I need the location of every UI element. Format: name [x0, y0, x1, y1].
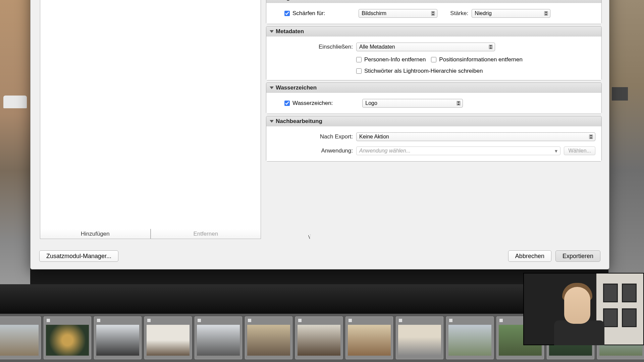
- watermark-select[interactable]: Logo: [362, 99, 463, 108]
- watermark-header[interactable]: Wasserzeichen: [266, 83, 601, 93]
- sharpen-for-label: Schärfen für:: [292, 10, 325, 17]
- filmstrip-thumb[interactable]: [0, 316, 41, 359]
- choose-app-button: Wählen...: [564, 146, 595, 155]
- cancel-button[interactable]: Abbrechen: [508, 250, 551, 262]
- background-photo-left: [0, 0, 30, 284]
- keywords-hierarchy-checkbox[interactable]: [356, 68, 362, 74]
- filmstrip-thumb[interactable]: [295, 316, 343, 359]
- metadata-header[interactable]: Metadaten: [266, 26, 601, 37]
- remove-person-checkbox[interactable]: [356, 57, 362, 62]
- remove-location-label: Positionsinformationen entfernen: [439, 56, 523, 63]
- filmstrip-thumb[interactable]: [94, 316, 142, 359]
- metadata-include-label: Einschließen:: [272, 44, 353, 50]
- export-button[interactable]: Exportieren: [555, 250, 600, 262]
- remove-preset-button: Entfernen: [151, 229, 261, 239]
- after-export-label: Nach Export:: [272, 133, 353, 140]
- filmstrip-thumb[interactable]: [446, 316, 494, 359]
- after-export-select[interactable]: Keine Aktion: [356, 132, 595, 141]
- application-label: Anwendung:: [272, 147, 353, 154]
- keywords-hierarchy-label: Stichwörter als Lightroom-Hierarchie sch…: [364, 68, 483, 74]
- application-combo: Anwendung wählen...: [356, 146, 560, 155]
- background-photo-right: [608, 0, 644, 284]
- metadata-include-select[interactable]: Alle Metadaten: [356, 43, 495, 51]
- filmstrip-thumb[interactable]: [44, 316, 91, 359]
- watermark-label: Wasserzeichen:: [292, 100, 333, 107]
- disclosure-triangle-icon: [270, 120, 274, 123]
- plugin-manager-button[interactable]: Zusatzmodul-Manager...: [39, 250, 118, 262]
- export-dialog: Hinzufügen Entfernen Bildformat: JPEG Qu…: [30, 0, 609, 269]
- remove-person-label: Personen-Info entfernen: [364, 56, 426, 63]
- filmstrip-thumb[interactable]: [144, 316, 192, 359]
- disclosure-triangle-icon: [270, 86, 274, 89]
- filmstrip-thumb[interactable]: [195, 316, 242, 359]
- settings-scroll: Bildformat: JPEG Qualität: Farbraum: sRG…: [266, 0, 602, 233]
- filmstrip-thumb[interactable]: [345, 316, 393, 359]
- post-processing-header[interactable]: Nachbearbeitung: [266, 116, 601, 126]
- sharpen-checkbox[interactable]: [284, 11, 290, 16]
- sharpen-for-select[interactable]: Bildschirm: [359, 9, 437, 18]
- remove-location-checkbox[interactable]: [431, 57, 436, 62]
- add-preset-button[interactable]: Hinzufügen: [40, 229, 151, 239]
- filmstrip-thumb[interactable]: [245, 316, 292, 359]
- filmstrip-thumb[interactable]: [396, 316, 443, 359]
- sharpen-amount-select[interactable]: Niedrig: [472, 9, 550, 18]
- sharpen-amount-label: Stärke:: [450, 10, 468, 17]
- sharpen-header[interactable]: Ausgabeschärfe: [266, 0, 601, 3]
- webcam-overlay: [523, 273, 644, 345]
- preset-list[interactable]: [40, 0, 261, 234]
- watermark-checkbox[interactable]: [284, 101, 290, 106]
- disclosure-triangle-icon: [270, 30, 274, 33]
